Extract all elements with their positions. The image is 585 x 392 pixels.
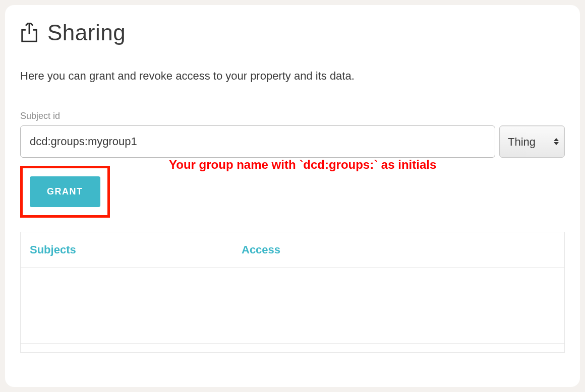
subject-id-input[interactable] <box>20 125 495 158</box>
subject-id-label: Subject id <box>20 111 565 121</box>
share-icon <box>20 23 38 43</box>
description-text: Here you can grant and revoke access to … <box>20 70 565 83</box>
header: Sharing <box>20 20 565 45</box>
type-select[interactable]: Thing <box>499 125 565 158</box>
sharing-card: Sharing Here you can grant and revoke ac… <box>5 5 580 387</box>
annotation-text: Your group name with `dcd:groups:` as in… <box>169 158 436 172</box>
input-row: Thing <box>20 125 565 158</box>
type-select-wrap: Thing <box>499 125 565 158</box>
table-footer <box>21 344 564 353</box>
grant-button[interactable]: GRANT <box>30 176 100 207</box>
table-header: Subjects Access <box>21 232 564 268</box>
column-header-subjects: Subjects <box>30 243 242 256</box>
column-header-access: Access <box>242 243 280 256</box>
grant-highlight-box: GRANT <box>20 166 110 218</box>
table-body <box>21 268 564 344</box>
page-title: Sharing <box>47 20 126 45</box>
access-table: Subjects Access <box>20 232 565 353</box>
